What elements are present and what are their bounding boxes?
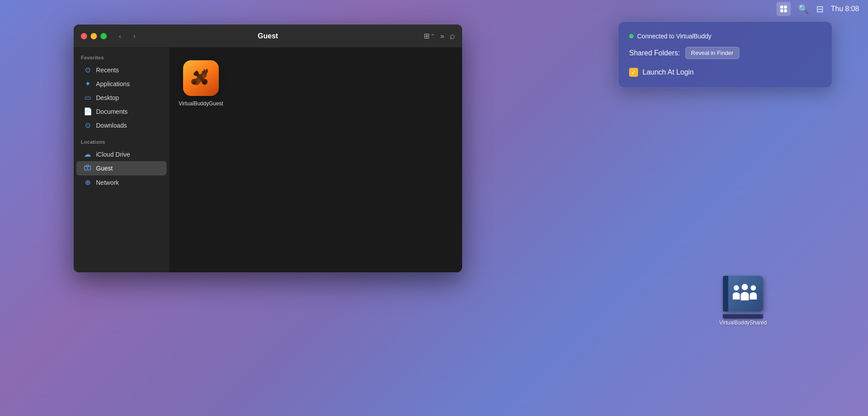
sidebar-item-icloud-label: iCloud Drive <box>96 151 130 158</box>
sidebar-item-recents-label: Recents <box>96 67 119 74</box>
sidebar-item-guest-label: Guest <box>96 165 113 172</box>
recents-icon: ⊙ <box>83 66 92 74</box>
vb-status-text: Connected to VirtualBuddy <box>637 33 711 40</box>
shared-book-visual <box>723 276 763 312</box>
finder-toolbar-right: ⊞ ⌃ » ⌕ <box>424 31 455 41</box>
search-menubar-icon[interactable]: 🔍 <box>798 4 809 14</box>
svg-point-11 <box>193 82 196 84</box>
documents-icon: 📄 <box>83 107 92 116</box>
file-item-name: VirtualBuddyGuest <box>179 100 223 108</box>
virtualbuddy-menubar-icon[interactable] <box>776 2 791 16</box>
favorites-label: Favorites <box>74 55 169 60</box>
menubar: 🔍 ⊟ Thu 8:08 <box>0 0 868 18</box>
sidebar-item-network[interactable]: ⊕ Network <box>76 175 167 189</box>
finder-titlebar: ‹ › Guest ⊞ ⌃ » ⌕ <box>74 25 462 48</box>
finder-main: VirtualBuddyGuest <box>170 48 462 272</box>
svg-point-12 <box>734 285 739 291</box>
sidebar-item-applications[interactable]: ✦ Applications <box>76 77 167 91</box>
minimize-button[interactable] <box>91 33 97 39</box>
sidebar-item-icloud[interactable]: ☁ iCloud Drive <box>76 147 167 161</box>
search-button[interactable]: ⌕ <box>450 31 455 41</box>
virtualbuddyshared-desktop-icon[interactable]: VirtualBuddyShared <box>716 276 770 327</box>
virtualbuddy-panel: Connected to VirtualBuddy Shared Folders… <box>618 21 832 88</box>
finder-sidebar: Favorites ⊙ Recents ✦ Applications ▭ Des… <box>74 48 170 272</box>
svg-rect-2 <box>780 9 783 12</box>
finder-window: ‹ › Guest ⊞ ⌃ » ⌕ Favorites ⊙ Recents ✦ <box>74 25 462 272</box>
book-base <box>723 314 763 319</box>
svg-point-14 <box>751 285 756 291</box>
svg-point-13 <box>742 284 748 290</box>
shared-drive-icon <box>723 276 763 316</box>
launch-at-login-label: Launch At Login <box>643 68 694 76</box>
sidebar-item-guest[interactable]: Guest <box>76 161 167 175</box>
controlcenter-menubar-icon[interactable]: ⊟ <box>816 4 824 14</box>
svg-point-6 <box>87 168 88 169</box>
svg-rect-1 <box>784 6 787 9</box>
view-arrow-icon: ⌃ <box>430 33 435 39</box>
network-icon: ⊕ <box>83 178 92 187</box>
sidebar-item-downloads-label: Downloads <box>96 122 127 129</box>
reveal-in-finder-button[interactable]: Reveal in Finder <box>685 47 739 59</box>
desktop-icon-sidebar: ▭ <box>83 93 92 102</box>
sidebar-item-applications-label: Applications <box>96 80 130 87</box>
menubar-time: Thu 8:08 <box>831 5 859 13</box>
file-item-virtualbuddyguest[interactable]: VirtualBuddyGuest <box>179 57 223 111</box>
vb-shared-folders-label: Shared Folders: <box>629 49 680 57</box>
forward-button[interactable]: › <box>128 30 141 42</box>
finder-nav: ‹ › <box>114 30 141 42</box>
back-button[interactable]: ‹ <box>114 30 126 42</box>
guest-drive-icon <box>83 164 92 173</box>
sidebar-item-documents-label: Documents <box>96 108 128 115</box>
locations-label: Locations <box>74 139 169 145</box>
book-spine <box>723 276 728 312</box>
icloud-icon: ☁ <box>83 150 92 158</box>
finder-title: Guest <box>258 32 278 40</box>
sidebar-item-documents[interactable]: 📄 Documents <box>76 104 167 118</box>
sidebar-item-desktop[interactable]: ▭ Desktop <box>76 91 167 104</box>
virtualbuddyguest-app-icon <box>183 60 219 96</box>
finder-content: Favorites ⊙ Recents ✦ Applications ▭ Des… <box>74 48 462 272</box>
close-button[interactable] <box>81 33 87 39</box>
locations-section: Locations ☁ iCloud Drive Guest <box>74 139 169 189</box>
grid-view-icon: ⊞ <box>424 32 430 40</box>
launch-at-login-checkbox[interactable]: ✓ <box>629 68 638 77</box>
vb-status-dot <box>629 34 634 38</box>
svg-rect-0 <box>780 6 783 9</box>
maximize-button[interactable] <box>100 33 107 39</box>
traffic-lights <box>81 33 107 39</box>
vb-launch-row: ✓ Launch At Login <box>629 68 821 77</box>
sidebar-item-recents[interactable]: ⊙ Recents <box>76 63 167 77</box>
sidebar-item-network-label: Network <box>96 179 119 186</box>
sidebar-item-downloads[interactable]: ⊙ Downloads <box>76 118 167 132</box>
favorites-section: Favorites ⊙ Recents ✦ Applications ▭ Des… <box>74 55 169 132</box>
applications-icon: ✦ <box>83 79 92 88</box>
vb-shared-folders-row: Shared Folders: Reveal in Finder <box>629 47 821 59</box>
vb-status: Connected to VirtualBuddy <box>629 33 821 40</box>
svg-rect-3 <box>784 9 787 12</box>
virtualbuddyshared-label: VirtualBuddyShared <box>719 320 767 327</box>
downloads-icon: ⊙ <box>83 121 92 129</box>
view-toggle-button[interactable]: ⊞ ⌃ <box>424 32 435 40</box>
more-button[interactable]: » <box>440 32 444 40</box>
sidebar-item-desktop-label: Desktop <box>96 94 119 101</box>
